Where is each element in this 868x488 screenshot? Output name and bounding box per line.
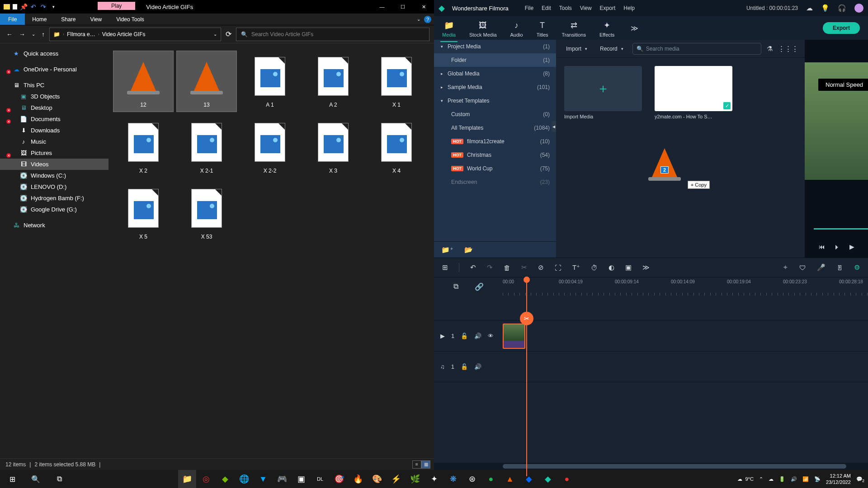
history-dropdown[interactable]: ⌄ — [30, 30, 37, 38]
sidebar-onedrive[interactable]: ✕☁OneDrive - Personal — [0, 64, 108, 75]
media-category-row[interactable]: ▸Global Media(8) — [434, 67, 556, 80]
file-item[interactable]: X 1 — [366, 51, 427, 112]
shield-icon[interactable]: 🛡 — [799, 264, 806, 272]
search-box[interactable]: 🔍 Search Video Article GIFs — [236, 28, 429, 41]
collapse-sidebar-button[interactable]: ◀ — [552, 121, 556, 132]
crop-button[interactable]: ⛶ — [555, 264, 561, 272]
redo-icon[interactable]: ↷ — [40, 3, 47, 10]
menu-tools[interactable]: Tools — [559, 5, 572, 11]
file-item[interactable]: X 2-2 — [240, 117, 300, 178]
timeline-clip[interactable] — [503, 324, 525, 349]
filmora-titlebar[interactable]: ◆ Wondershare Filmora File Edit Tools Vi… — [434, 0, 868, 16]
undo-button[interactable]: ↶ — [470, 263, 476, 272]
taskbar-app-icon[interactable]: 🔥 — [349, 470, 367, 488]
playhead[interactable]: ✂ — [526, 277, 527, 476]
duplicate-track-icon[interactable]: ⧉ — [453, 282, 458, 291]
file-item[interactable]: 12 — [113, 51, 174, 112]
module-tab-media[interactable]: 📁Media — [442, 19, 456, 38]
media-category-row[interactable]: HOTChristmas(54) — [434, 148, 556, 162]
ribbon-tab-videotools[interactable]: Video Tools — [109, 14, 151, 25]
media-category-row[interactable]: Folder(1) — [434, 53, 556, 67]
mute-icon[interactable]: 🔊 — [474, 363, 481, 370]
search-button[interactable]: 🔍 — [25, 470, 46, 488]
taskbar-explorer-icon[interactable]: 📁 — [178, 470, 196, 488]
taskbar-app-icon[interactable]: ⚡ — [387, 470, 405, 488]
media-category-row[interactable]: ▾Preset Templates — [434, 94, 556, 108]
clock[interactable]: 12:12 AM 23/12/2022 — [826, 473, 851, 486]
maximize-button[interactable]: ☐ — [392, 0, 413, 14]
sidebar-videos[interactable]: 🎞Videos — [0, 159, 108, 170]
marker-icon[interactable]: ✦ — [783, 263, 788, 272]
sidebar-documents[interactable]: ✕📄Documents — [0, 113, 108, 125]
mute-icon[interactable]: 🔊 — [474, 333, 481, 339]
notifications-button[interactable]: 💬2 — [856, 476, 863, 482]
import-media-tile[interactable]: ＋ Import Media — [564, 66, 642, 119]
qat-more-icon[interactable]: ▾ — [50, 3, 57, 10]
breadcrumb-segment[interactable]: FIlmora e… — [67, 31, 95, 38]
taskbar-app-icon[interactable]: ⊛ — [463, 470, 481, 488]
redo-button[interactable]: ↷ — [487, 263, 493, 272]
lock-icon[interactable]: 🔓 — [461, 333, 468, 339]
module-tab-effects[interactable]: ✦Effects — [599, 19, 614, 38]
file-item[interactable]: X 4 — [366, 117, 427, 178]
file-item[interactable]: X 2-1 — [176, 117, 237, 178]
more-tools-button[interactable]: ≫ — [642, 263, 650, 272]
taskbar-chrome-icon[interactable]: 🌐 — [235, 470, 253, 488]
media-search[interactable]: 🔍 Search media — [632, 43, 761, 55]
visibility-icon[interactable]: 👁 — [488, 333, 494, 339]
module-tab-transitions[interactable]: ⇄Transitions — [562, 19, 586, 38]
sidebar-desktop[interactable]: ✕🖥Desktop — [0, 102, 108, 113]
tray-icon[interactable]: 📶 — [802, 476, 809, 482]
media-category-row[interactable]: Endscreen(23) — [434, 175, 556, 189]
breadcrumb-segment[interactable]: Video Article GIFs — [102, 31, 146, 38]
up-button[interactable]: ↑ — [40, 29, 47, 40]
screen-button[interactable]: ▣ — [625, 263, 632, 272]
files-grid[interactable]: 1213A 1A 2X 1X 2X 2-1X 2-2X 3X 4X 5X 53 — [108, 43, 434, 458]
mic-icon[interactable]: 🎤 — [817, 263, 826, 272]
sidebar-drive-g[interactable]: 💽Google Drive (G:) — [0, 204, 108, 215]
menu-file[interactable]: File — [525, 5, 533, 11]
explorer-titlebar[interactable]: 📌 ↶ ↷ ▾ Play Video Article GIFs — ☐ ✕ — [0, 0, 434, 14]
more-tabs-button[interactable]: ≫ — [631, 24, 638, 33]
file-item[interactable]: X 53 — [176, 183, 237, 244]
ribbon-tab-home[interactable]: Home — [25, 14, 54, 25]
menu-export[interactable]: Export — [600, 5, 616, 11]
media-category-row[interactable]: HOTWorld Cup(75) — [434, 162, 556, 175]
cut-button[interactable]: ✂ — [521, 263, 527, 272]
address-bar[interactable]: 📁 › FIlmora e… › Video Article GIFs ⌄ — [49, 28, 221, 41]
module-tab-titles[interactable]: TTitles — [537, 19, 548, 38]
tray-icon[interactable]: 🔋 — [779, 476, 785, 482]
menu-view[interactable]: View — [580, 5, 592, 11]
media-category-row[interactable]: HOTfilmora12create(10) — [434, 135, 556, 148]
prev-frame-button[interactable]: ⏮ — [819, 243, 825, 250]
sidebar-drive-c[interactable]: 💽Windows (C:) — [0, 170, 108, 181]
help-icon[interactable]: ? — [424, 16, 431, 23]
file-item[interactable]: X 3 — [303, 117, 363, 178]
media-category-row[interactable]: Custom(0) — [434, 108, 556, 121]
scrollbar-thumb[interactable] — [503, 464, 846, 469]
module-tab-stock-media[interactable]: 🖼Stock Media — [469, 19, 497, 38]
menu-help[interactable]: Help — [623, 5, 635, 11]
color-button[interactable]: ◐ — [609, 263, 614, 272]
file-item[interactable]: X 5 — [113, 183, 174, 244]
icons-view-button[interactable]: ▦ — [421, 460, 430, 469]
details-view-button[interactable]: ≡ — [412, 460, 421, 469]
sidebar-pictures[interactable]: ✕🖼Pictures — [0, 147, 108, 159]
minimize-button[interactable]: — — [372, 0, 392, 14]
lock-icon[interactable]: 🔓 — [461, 363, 468, 370]
grid-icon[interactable]: ⊞ — [442, 263, 448, 272]
sidebar-quick-access[interactable]: ★Quick access — [0, 48, 108, 59]
file-item[interactable]: A 1 — [240, 51, 300, 112]
address-dropdown-icon[interactable]: ⌄ — [213, 32, 217, 37]
start-button[interactable]: ⊞ — [2, 470, 23, 488]
timeline-scrollbar[interactable] — [434, 463, 868, 470]
taskbar-app-icon[interactable]: ✦ — [425, 470, 443, 488]
taskbar-app-icon[interactable]: ◆ — [216, 470, 234, 488]
undo-icon[interactable]: ↶ — [30, 3, 37, 10]
close-button[interactable]: ✕ — [413, 0, 434, 14]
video-track[interactable]: ▶ 1 🔓 🔊 👁 — [434, 321, 868, 352]
disable-icon[interactable]: ⊘ — [538, 263, 544, 272]
scissors-icon[interactable]: ✂ — [520, 312, 533, 325]
menu-edit[interactable]: Edit — [542, 5, 551, 11]
taskbar-app-icon[interactable]: 🎮 — [273, 470, 291, 488]
